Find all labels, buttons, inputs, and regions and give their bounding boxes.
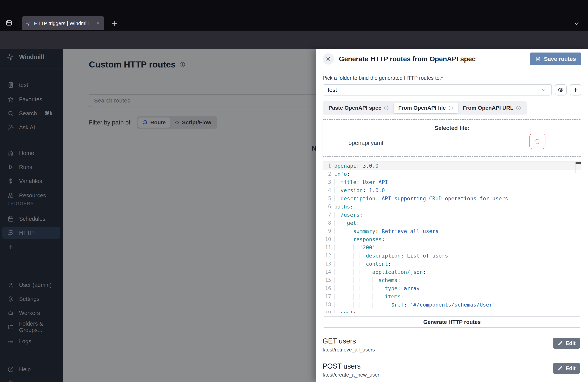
tab-paste-spec[interactable]: Paste OpenAPI spec xyxy=(324,103,394,113)
info-icon[interactable] xyxy=(448,106,453,111)
close-icon xyxy=(325,56,331,62)
line-number: 8 xyxy=(323,220,331,226)
tab-from-file[interactable]: From OpenAPI file xyxy=(394,103,458,113)
add-folder-button[interactable] xyxy=(570,84,581,95)
line-number: 6 xyxy=(323,204,331,210)
generated-route-row: GET usersf/test/retrieve_all_usersEdit xyxy=(323,337,581,353)
code-line[interactable]: 16 type: array xyxy=(323,284,581,292)
eye-icon xyxy=(558,87,564,93)
delete-file-button[interactable] xyxy=(529,134,546,149)
code-line[interactable]: 8 get: xyxy=(323,219,581,227)
close-button[interactable] xyxy=(323,53,334,64)
pencil-icon xyxy=(557,340,563,346)
drawer-header: Generate HTTP routes from OpenAPI spec S… xyxy=(316,49,588,69)
line-number: 2 xyxy=(323,171,331,177)
code-line[interactable]: 10 responses: xyxy=(323,235,581,243)
tab-from-url-label: From OpenAPI URL xyxy=(463,105,514,111)
code-line[interactable]: 9 summary: Retrieve all users xyxy=(323,227,581,235)
edit-route-button[interactable]: Edit xyxy=(553,338,580,349)
code-line[interactable]: 5 description: API supporting CRUD opera… xyxy=(323,194,581,202)
line-number: 5 xyxy=(323,195,331,201)
route-title: POST users xyxy=(323,362,581,370)
page-content: Windmill TRIGGERS testFavoritesSearch⌘kA… xyxy=(0,49,588,382)
windmill-favicon xyxy=(25,21,31,26)
edit-label: Edit xyxy=(566,365,576,371)
line-number: 15 xyxy=(323,277,331,283)
save-routes-button[interactable]: Save routes xyxy=(530,53,581,65)
firefox-view-icon[interactable] xyxy=(5,19,13,27)
chevron-down-icon xyxy=(541,87,547,93)
line-number: 18 xyxy=(323,302,331,308)
code-line[interactable]: 4 version: 1.0.0 xyxy=(323,186,581,194)
spec-source-tabs: Paste OpenAPI spec From OpenAPI file Fro… xyxy=(323,101,527,115)
list-all-tabs-icon[interactable] xyxy=(573,20,580,27)
line-number: 17 xyxy=(323,294,331,299)
drawer-backdrop[interactable] xyxy=(0,49,316,382)
info-icon[interactable] xyxy=(516,106,521,111)
code-line[interactable]: 18 $ref: '#/components/schemas/User' xyxy=(323,300,581,309)
code-line[interactable]: 14 application/json: xyxy=(323,268,581,276)
code-line[interactable]: 15 schema: xyxy=(323,276,581,284)
scrollbar-thumb[interactable] xyxy=(576,162,581,164)
folder-picker-label: Pick a folder to bind the generated HTTP… xyxy=(323,75,581,81)
code-line[interactable]: 1openapi: 3.0.0 xyxy=(323,162,581,170)
code-line[interactable]: 7 /users: xyxy=(323,211,581,219)
code-line[interactable]: 17 items: xyxy=(323,292,581,300)
code-line[interactable]: 3 title: User API xyxy=(323,178,581,186)
save-routes-label: Save routes xyxy=(544,56,576,62)
line-number: 10 xyxy=(323,236,331,242)
trash-icon xyxy=(534,138,541,145)
selected-file-box: Selected file: openapi.yaml xyxy=(323,119,581,157)
selected-file-name: openapi.yaml xyxy=(348,140,383,146)
selected-file-caption: Selected file: xyxy=(323,125,581,131)
line-number: 13 xyxy=(323,261,331,267)
folder-select[interactable]: test xyxy=(323,84,552,95)
line-number: 7 xyxy=(323,212,331,218)
view-folder-button[interactable] xyxy=(555,84,567,95)
browser-toolbar: http://localhost:3000/routes?filter_path… xyxy=(0,31,588,49)
save-icon xyxy=(535,56,541,62)
edit-label: Edit xyxy=(566,340,576,346)
route-path: f/test/create_a_new_user xyxy=(323,372,581,378)
line-number: 14 xyxy=(323,269,331,275)
code-line[interactable]: 6paths: xyxy=(323,202,581,211)
code-line[interactable]: 13 content: xyxy=(323,260,581,268)
line-number: 1 xyxy=(323,163,331,169)
browser-tab-strip: HTTP triggers | Windmill xyxy=(0,0,588,31)
plus-icon xyxy=(572,87,579,93)
pencil-icon xyxy=(557,366,563,371)
code-line[interactable]: 19 post: xyxy=(323,309,581,313)
line-number: 12 xyxy=(323,253,331,258)
openapi-code-editor[interactable]: 1openapi: 3.0.02info:3 title: User API4 … xyxy=(323,161,581,313)
tab-from-url[interactable]: From OpenAPI URL xyxy=(458,103,526,113)
code-line[interactable]: 11 '200': xyxy=(323,243,581,252)
line-number: 19 xyxy=(323,310,331,313)
info-icon[interactable] xyxy=(384,106,389,111)
drawer-title: Generate HTTP routes from OpenAPI spec xyxy=(339,55,525,63)
tab-title: HTTP triggers | Windmill xyxy=(34,21,93,26)
tab-paste-spec-label: Paste OpenAPI spec xyxy=(328,105,381,111)
tab-from-file-label: From OpenAPI file xyxy=(398,105,446,111)
code-line[interactable]: 12 description: List of users xyxy=(323,252,581,260)
route-title: GET users xyxy=(323,337,581,345)
new-tab-icon[interactable] xyxy=(110,20,118,27)
line-number: 9 xyxy=(323,228,331,234)
generate-routes-button[interactable]: Generate HTTP routes xyxy=(323,317,581,328)
route-path: f/test/retrieve_all_users xyxy=(323,347,581,353)
edit-route-button[interactable]: Edit xyxy=(553,363,580,374)
tab-close-icon[interactable] xyxy=(95,21,101,26)
browser-tab[interactable]: HTTP triggers | Windmill xyxy=(22,16,104,30)
line-number: 3 xyxy=(323,179,331,185)
line-number: 16 xyxy=(323,285,331,291)
folder-select-value: test xyxy=(328,86,337,93)
code-line[interactable]: 2info: xyxy=(323,170,581,178)
line-number: 4 xyxy=(323,187,331,193)
tab-separator xyxy=(19,18,20,28)
line-number: 11 xyxy=(323,244,331,250)
generated-route-row: POST usersf/test/create_a_new_userEdit xyxy=(323,362,581,378)
generate-routes-drawer: Generate HTTP routes from OpenAPI spec S… xyxy=(316,49,588,382)
